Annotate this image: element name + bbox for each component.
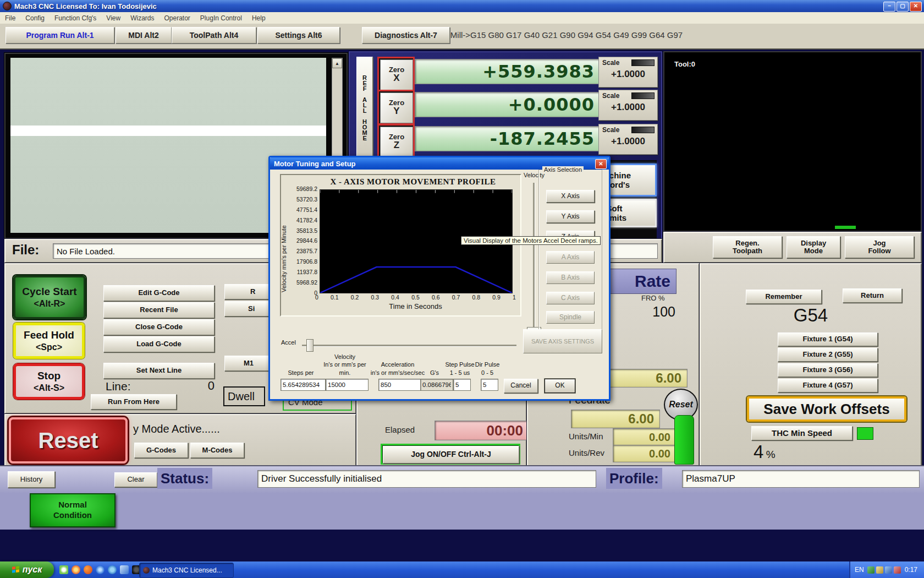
scale-z-bar <box>631 127 654 133</box>
elapsed-time[interactable]: 00:00 <box>435 421 531 440</box>
feedrate-display[interactable]: 6.00 <box>571 410 660 428</box>
reset-panel: Reset y Mode Active...... G-Codes M-Code… <box>4 414 356 467</box>
menu-wizards[interactable]: Wizards <box>125 14 159 22</box>
recent-file-button[interactable]: Recent File <box>103 302 215 318</box>
fixture-1-button[interactable]: Fixture 1 (G54) <box>778 332 878 346</box>
gcodes-button[interactable]: G-Codes <box>134 443 188 458</box>
jog-follow-button[interactable]: Jog Follow <box>845 236 914 258</box>
scale-x-label: Scale <box>602 59 619 67</box>
menu-help[interactable]: Help <box>247 14 271 22</box>
cycle-start-button[interactable]: Cycle Start <Alt-R> <box>13 275 86 319</box>
tab-mdi[interactable]: MDI Alt2 <box>116 27 172 43</box>
quicklaunch-icon-5[interactable] <box>108 565 117 574</box>
fixture-2-button[interactable]: Fixture 2 (G55) <box>778 348 878 362</box>
zero-z-button[interactable]: ZeroZ <box>377 124 415 159</box>
display-mode-line2: Mode <box>804 247 823 255</box>
fro-rate-display[interactable]: 6.00 <box>600 369 688 388</box>
units-rev-display[interactable]: 0.00 <box>613 445 675 462</box>
toolpath-display[interactable]: Tool:0 <box>663 51 922 232</box>
mcodes-button[interactable]: M-Codes <box>190 443 244 458</box>
quicklaunch-icon-6[interactable] <box>120 565 129 574</box>
menu-file[interactable]: File <box>0 14 20 22</box>
tray-icon-4[interactable] <box>894 566 901 574</box>
history-button[interactable]: History <box>8 471 55 488</box>
feed-hold-button[interactable]: Feed Hold <Spc> <box>13 323 85 359</box>
system-tray: EN 0:17 <box>849 561 924 578</box>
y-axis-button[interactable]: Y Axis <box>546 210 595 223</box>
clear-button[interactable]: Clear <box>114 472 157 487</box>
accel-slider-thumb[interactable] <box>306 339 314 352</box>
mach3-icon <box>143 567 150 574</box>
thc-percent-unit: % <box>766 449 776 460</box>
set-next-line-button[interactable]: Set Next Line <box>103 363 215 379</box>
return-button[interactable]: Return <box>843 288 902 303</box>
dro-y-value[interactable]: +0.0000 <box>415 92 601 117</box>
menu-view[interactable]: View <box>101 14 125 22</box>
dro-x-value[interactable]: +559.3983 <box>415 59 601 84</box>
stop-line2: <Alt-S> <box>34 383 64 393</box>
menu-operator[interactable]: Operator <box>160 14 195 22</box>
run-from-here-button[interactable]: Run From Here <box>91 394 177 410</box>
display-mode-button[interactable]: Display Mode <box>787 236 840 258</box>
fixture-3-button[interactable]: Fixture 3 (G56) <box>778 363 878 377</box>
zero-x-button[interactable]: ZeroX <box>377 57 415 92</box>
menu-plugin-control[interactable]: PlugIn Control <box>195 14 247 22</box>
quicklaunch-icon-3[interactable] <box>84 565 92 574</box>
tab-program-run[interactable]: Program Run Alt-1 <box>6 27 114 43</box>
units-min-display[interactable]: 0.00 <box>613 428 675 446</box>
dro-z-value[interactable]: -187.2455 <box>415 126 601 151</box>
menu-config[interactable]: Config <box>20 14 50 22</box>
ok-button[interactable]: OK <box>544 379 575 393</box>
stop-button[interactable]: Stop <Alt-S> <box>13 363 85 400</box>
current-offset: G54 <box>756 305 866 326</box>
elapsed-label: Elapsed <box>385 425 415 434</box>
edit-gcode-button[interactable]: Edit G-Code <box>103 285 215 301</box>
tray-icon-1[interactable] <box>867 566 875 574</box>
regen-toolpath-button[interactable]: Regen. Toolpath <box>713 236 782 258</box>
cancel-button[interactable]: Cancel <box>504 379 538 393</box>
x-axis-button[interactable]: X Axis <box>546 190 595 203</box>
tab-toolpath[interactable]: ToolPath Alt4 <box>172 27 256 43</box>
quicklaunch-icon-1[interactable] <box>59 565 68 574</box>
close-gcode-button[interactable]: Close G-Code <box>103 319 215 335</box>
acceleration-input[interactable] <box>378 379 421 391</box>
save-work-offsets-button[interactable]: Save Work Offsets <box>747 396 906 422</box>
tab-settings[interactable]: Settings Alt6 <box>257 27 340 43</box>
file-label: File: <box>12 242 39 258</box>
jog-follow-line1: Jog <box>873 239 886 247</box>
menu-function-cfgs[interactable]: Function Cfg's <box>50 14 101 22</box>
zero-y-button[interactable]: ZeroY <box>377 90 415 125</box>
cycle-start-line1: Cycle Start <box>22 286 76 298</box>
reset-button[interactable]: Reset <box>9 417 128 464</box>
dialog-close-icon[interactable]: ✕ <box>595 159 607 169</box>
steps-per-input[interactable] <box>280 379 326 391</box>
dir-pulse-input[interactable] <box>481 379 498 391</box>
step-pulse-input[interactable] <box>453 379 471 391</box>
ref-all-home-button[interactable]: REF ALL HOME <box>356 57 373 158</box>
quicklaunch-icon-2[interactable] <box>72 565 80 574</box>
language-indicator[interactable]: EN <box>855 566 864 574</box>
thc-min-speed-button[interactable]: THC Min Speed <box>751 426 853 440</box>
tray-icon-2[interactable] <box>876 566 883 574</box>
mach3-task-button[interactable]: Mach3 CNC Licensed... <box>139 563 234 578</box>
close-icon[interactable]: ✕ <box>910 2 922 12</box>
regen-line1: Regen. <box>735 239 759 247</box>
scale-y[interactable]: Scale +1.0000 <box>598 90 658 121</box>
normal-condition-button[interactable]: Normal Condition <box>30 493 116 527</box>
remember-button[interactable]: Remember <box>746 290 822 304</box>
quicklaunch-icon-4[interactable] <box>96 565 105 574</box>
jog-follow-line2: Follow <box>868 247 890 255</box>
jog-onoff-button[interactable]: Jog ON/OFF Ctrl-Alt-J <box>383 446 519 464</box>
velocity-slider-track[interactable] <box>533 183 535 335</box>
load-gcode-button[interactable]: Load G-Code <box>103 336 215 352</box>
tray-icon-3[interactable] <box>885 566 892 574</box>
scale-z[interactable]: Scale +1.0000 <box>598 124 658 155</box>
accel-slider-track[interactable] <box>302 345 516 347</box>
minimize-icon[interactable]: – <box>883 2 895 12</box>
velocity-input[interactable] <box>326 379 369 391</box>
scroll-up-icon[interactable]: ▲ <box>332 58 342 68</box>
scale-x[interactable]: Scale +1.0000 <box>598 57 658 88</box>
fixture-4-button[interactable]: Fixture 4 (G57) <box>778 379 878 392</box>
maximize-icon[interactable]: ▢ <box>897 2 909 12</box>
start-button[interactable]: пуск <box>0 561 54 578</box>
